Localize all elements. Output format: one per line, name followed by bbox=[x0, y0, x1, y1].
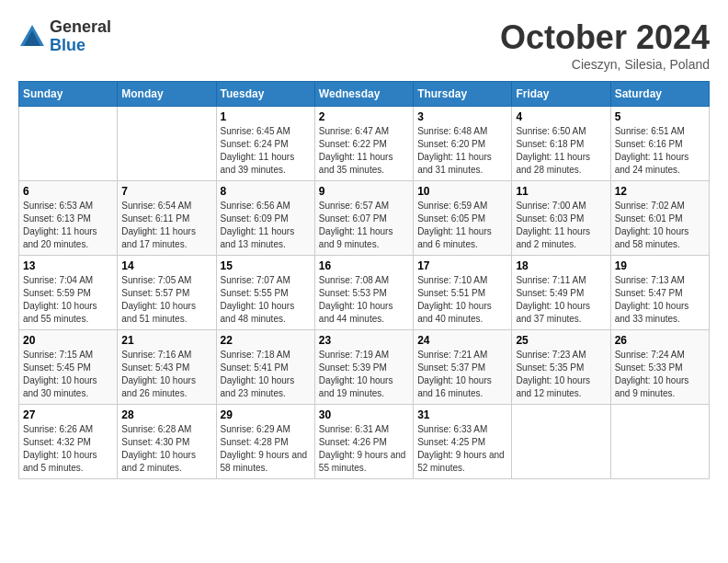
day-info: Sunrise: 6:48 AM Sunset: 6:20 PM Dayligh… bbox=[417, 125, 507, 177]
calendar-cell bbox=[610, 405, 709, 479]
day-number: 8 bbox=[221, 185, 311, 198]
calendar-cell: 9Sunrise: 6:57 AM Sunset: 6:07 PM Daylig… bbox=[314, 181, 413, 256]
day-number: 12 bbox=[615, 185, 705, 198]
calendar-cell: 6Sunrise: 6:53 AM Sunset: 6:13 PM Daylig… bbox=[19, 181, 118, 256]
page-header: General Blue October 2024 Cieszyn, Siles… bbox=[18, 18, 710, 72]
calendar-cell: 10Sunrise: 6:59 AM Sunset: 6:05 PM Dayli… bbox=[414, 181, 512, 256]
day-info: Sunrise: 6:47 AM Sunset: 6:22 PM Dayligh… bbox=[319, 125, 409, 177]
day-info: Sunrise: 7:19 AM Sunset: 5:39 PM Dayligh… bbox=[319, 349, 409, 400]
day-number: 29 bbox=[221, 408, 311, 421]
day-info: Sunrise: 7:08 AM Sunset: 5:53 PM Dayligh… bbox=[319, 274, 409, 326]
day-number: 31 bbox=[417, 408, 507, 421]
calendar-cell: 28Sunrise: 6:28 AM Sunset: 4:30 PM Dayli… bbox=[118, 405, 216, 479]
day-number: 4 bbox=[516, 110, 606, 123]
calendar-cell bbox=[118, 107, 216, 181]
logo-text: General Blue bbox=[50, 18, 111, 55]
day-info: Sunrise: 7:11 AM Sunset: 5:49 PM Dayligh… bbox=[516, 274, 606, 326]
day-info: Sunrise: 7:21 AM Sunset: 5:37 PM Dayligh… bbox=[417, 349, 507, 400]
col-wednesday: Wednesday bbox=[314, 82, 413, 107]
day-number: 28 bbox=[121, 408, 211, 421]
day-info: Sunrise: 6:33 AM Sunset: 4:25 PM Dayligh… bbox=[417, 423, 507, 475]
day-number: 2 bbox=[319, 110, 409, 123]
day-info: Sunrise: 7:00 AM Sunset: 6:03 PM Dayligh… bbox=[516, 200, 606, 251]
day-info: Sunrise: 6:54 AM Sunset: 6:11 PM Dayligh… bbox=[121, 200, 211, 251]
day-info: Sunrise: 7:24 AM Sunset: 5:33 PM Dayligh… bbox=[615, 349, 705, 400]
day-info: Sunrise: 7:05 AM Sunset: 5:57 PM Dayligh… bbox=[121, 274, 211, 326]
calendar-cell: 24Sunrise: 7:21 AM Sunset: 5:37 PM Dayli… bbox=[414, 330, 512, 405]
day-number: 24 bbox=[417, 334, 507, 347]
calendar-cell bbox=[512, 405, 610, 479]
calendar-week-2: 13Sunrise: 7:04 AM Sunset: 5:59 PM Dayli… bbox=[19, 256, 710, 330]
calendar-cell: 5Sunrise: 6:51 AM Sunset: 6:16 PM Daylig… bbox=[610, 107, 709, 181]
logo: General Blue bbox=[18, 18, 111, 55]
calendar-cell: 16Sunrise: 7:08 AM Sunset: 5:53 PM Dayli… bbox=[314, 256, 413, 330]
day-number: 22 bbox=[221, 334, 311, 347]
calendar-cell bbox=[19, 107, 118, 181]
day-info: Sunrise: 6:51 AM Sunset: 6:16 PM Dayligh… bbox=[615, 125, 705, 177]
logo-icon bbox=[18, 23, 46, 51]
calendar-cell: 4Sunrise: 6:50 AM Sunset: 6:18 PM Daylig… bbox=[512, 107, 610, 181]
day-number: 3 bbox=[417, 110, 507, 123]
calendar-cell: 26Sunrise: 7:24 AM Sunset: 5:33 PM Dayli… bbox=[610, 330, 709, 405]
day-number: 21 bbox=[121, 334, 211, 347]
day-info: Sunrise: 6:57 AM Sunset: 6:07 PM Dayligh… bbox=[319, 200, 409, 251]
calendar-header: Sunday Monday Tuesday Wednesday Thursday… bbox=[19, 82, 710, 107]
day-number: 14 bbox=[121, 259, 211, 272]
calendar-cell: 2Sunrise: 6:47 AM Sunset: 6:22 PM Daylig… bbox=[314, 107, 413, 181]
day-info: Sunrise: 6:59 AM Sunset: 6:05 PM Dayligh… bbox=[417, 200, 507, 251]
calendar-cell: 12Sunrise: 7:02 AM Sunset: 6:01 PM Dayli… bbox=[610, 181, 709, 256]
calendar-week-1: 6Sunrise: 6:53 AM Sunset: 6:13 PM Daylig… bbox=[19, 181, 710, 256]
day-info: Sunrise: 6:28 AM Sunset: 4:30 PM Dayligh… bbox=[121, 423, 211, 475]
day-number: 5 bbox=[615, 110, 705, 123]
day-info: Sunrise: 7:16 AM Sunset: 5:43 PM Dayligh… bbox=[121, 349, 211, 400]
day-number: 10 bbox=[417, 185, 507, 198]
day-number: 25 bbox=[516, 334, 606, 347]
calendar-body: 1Sunrise: 6:45 AM Sunset: 6:24 PM Daylig… bbox=[19, 107, 710, 479]
day-info: Sunrise: 6:45 AM Sunset: 6:24 PM Dayligh… bbox=[221, 125, 311, 177]
day-number: 13 bbox=[23, 259, 113, 272]
day-number: 16 bbox=[319, 259, 409, 272]
logo-general: General bbox=[50, 18, 111, 37]
month-title: October 2024 bbox=[500, 18, 710, 57]
day-info: Sunrise: 6:31 AM Sunset: 4:26 PM Dayligh… bbox=[319, 423, 409, 475]
day-info: Sunrise: 6:50 AM Sunset: 6:18 PM Dayligh… bbox=[516, 125, 606, 177]
calendar-cell: 13Sunrise: 7:04 AM Sunset: 5:59 PM Dayli… bbox=[19, 256, 118, 330]
calendar-cell: 8Sunrise: 6:56 AM Sunset: 6:09 PM Daylig… bbox=[216, 181, 314, 256]
day-number: 18 bbox=[516, 259, 606, 272]
day-info: Sunrise: 7:02 AM Sunset: 6:01 PM Dayligh… bbox=[615, 200, 705, 251]
day-info: Sunrise: 7:18 AM Sunset: 5:41 PM Dayligh… bbox=[221, 349, 311, 400]
day-info: Sunrise: 6:56 AM Sunset: 6:09 PM Dayligh… bbox=[221, 200, 311, 251]
calendar-cell: 3Sunrise: 6:48 AM Sunset: 6:20 PM Daylig… bbox=[414, 107, 512, 181]
day-info: Sunrise: 6:53 AM Sunset: 6:13 PM Dayligh… bbox=[23, 200, 113, 251]
day-number: 15 bbox=[221, 259, 311, 272]
day-info: Sunrise: 7:15 AM Sunset: 5:45 PM Dayligh… bbox=[23, 349, 113, 400]
calendar-cell: 14Sunrise: 7:05 AM Sunset: 5:57 PM Dayli… bbox=[118, 256, 216, 330]
calendar-cell: 7Sunrise: 6:54 AM Sunset: 6:11 PM Daylig… bbox=[118, 181, 216, 256]
day-number: 11 bbox=[516, 185, 606, 198]
calendar-cell: 30Sunrise: 6:31 AM Sunset: 4:26 PM Dayli… bbox=[314, 405, 413, 479]
calendar-week-0: 1Sunrise: 6:45 AM Sunset: 6:24 PM Daylig… bbox=[19, 107, 710, 181]
calendar-cell: 29Sunrise: 6:29 AM Sunset: 4:28 PM Dayli… bbox=[216, 405, 314, 479]
day-info: Sunrise: 6:26 AM Sunset: 4:32 PM Dayligh… bbox=[23, 423, 113, 475]
calendar-cell: 27Sunrise: 6:26 AM Sunset: 4:32 PM Dayli… bbox=[19, 405, 118, 479]
calendar-week-4: 27Sunrise: 6:26 AM Sunset: 4:32 PM Dayli… bbox=[19, 405, 710, 479]
calendar-cell: 1Sunrise: 6:45 AM Sunset: 6:24 PM Daylig… bbox=[216, 107, 314, 181]
calendar-cell: 22Sunrise: 7:18 AM Sunset: 5:41 PM Dayli… bbox=[216, 330, 314, 405]
day-number: 17 bbox=[417, 259, 507, 272]
day-number: 27 bbox=[23, 408, 113, 421]
day-info: Sunrise: 7:13 AM Sunset: 5:47 PM Dayligh… bbox=[615, 274, 705, 326]
col-saturday: Saturday bbox=[610, 82, 709, 107]
col-friday: Friday bbox=[512, 82, 610, 107]
day-info: Sunrise: 6:29 AM Sunset: 4:28 PM Dayligh… bbox=[221, 423, 311, 475]
col-sunday: Sunday bbox=[19, 82, 118, 107]
day-number: 1 bbox=[221, 110, 311, 123]
day-number: 26 bbox=[615, 334, 705, 347]
calendar-table: Sunday Monday Tuesday Wednesday Thursday… bbox=[18, 81, 710, 479]
day-info: Sunrise: 7:04 AM Sunset: 5:59 PM Dayligh… bbox=[23, 274, 113, 326]
day-number: 9 bbox=[319, 185, 409, 198]
day-number: 7 bbox=[121, 185, 211, 198]
calendar-cell: 15Sunrise: 7:07 AM Sunset: 5:55 PM Dayli… bbox=[216, 256, 314, 330]
day-number: 19 bbox=[615, 259, 705, 272]
calendar-cell: 23Sunrise: 7:19 AM Sunset: 5:39 PM Dayli… bbox=[314, 330, 413, 405]
col-monday: Monday bbox=[118, 82, 216, 107]
